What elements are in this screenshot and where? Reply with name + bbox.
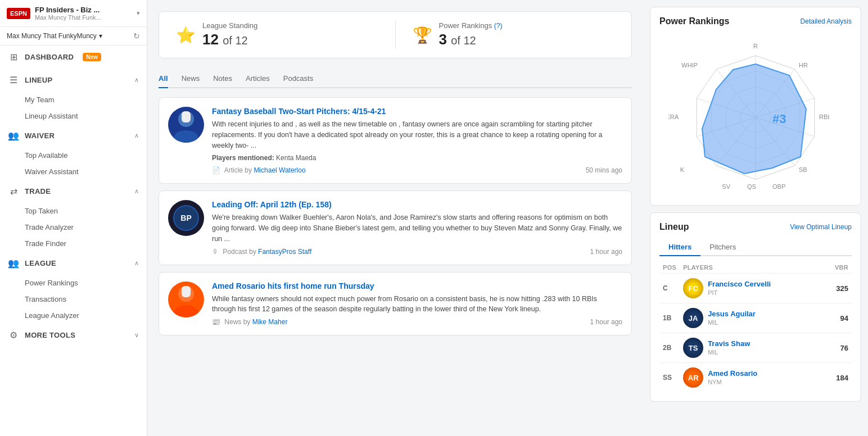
player-cell: TS Travis Shaw MIL (680, 333, 821, 363)
sidebar-item-trade[interactable]: ⇄ TRADE ∧ (0, 180, 147, 203)
player-avatar: TS (683, 338, 703, 358)
news-feed: Fantasy Baseball Two-Start Pitchers: 4/1… (159, 97, 632, 335)
sidebar: ESPN FP Insiders - Biz ... Max Muncy Tha… (0, 0, 147, 436)
player-vbr: 76 (821, 333, 852, 363)
standing-value: 12 of 12 (202, 31, 257, 48)
power-rankings-block: 🏆 Power Rankings (?) 3 of 12 (413, 21, 615, 48)
feed-title-1[interactable]: Fantasy Baseball Two-Start Pitchers: 4/1… (212, 107, 622, 116)
feed-desc-1: With recent injuries to and , as well as… (212, 119, 622, 151)
sidebar-item-waiver-assistant[interactable]: Waiver Assistant (0, 164, 147, 180)
sidebar-item-league[interactable]: 👥 LEAGUE ∧ (0, 252, 147, 275)
power-info: Power Rankings (?) 3 of 12 (439, 21, 503, 48)
tab-notes[interactable]: Notes (213, 70, 232, 88)
feed-desc-2: We're breaking down Walker Buehler's, Aa… (212, 212, 622, 244)
lineup-header: Lineup View Optimal Lineup (659, 222, 852, 232)
tab-all[interactable]: All (159, 70, 168, 88)
player-info: AR Amed Rosario NYM (683, 367, 818, 388)
app-name: FP Insiders - Biz ... (35, 6, 101, 14)
dashboard-label: DASHBOARD (25, 53, 74, 61)
league-label: LEAGUE (25, 259, 56, 267)
waiver-chevron-icon: ∧ (134, 132, 139, 139)
sidebar-item-power-rankings[interactable]: Power Rankings (0, 275, 147, 291)
svg-marker-22 (702, 64, 806, 174)
svg-point-1 (174, 130, 198, 143)
lineup-row: 2B TS Travis Shaw MIL 76 (659, 333, 852, 363)
player-name[interactable]: Jesus Aguilar (708, 310, 756, 318)
svg-text:K: K (680, 166, 685, 173)
power-icon: 🏆 (413, 26, 432, 44)
svg-text:OBP: OBP (772, 183, 785, 190)
feed-card-1: Fantasy Baseball Two-Start Pitchers: 4/1… (159, 97, 632, 184)
player-initials: AR (688, 374, 699, 382)
lineup-row: 1B JA Jesus Aguilar MIL 94 (659, 303, 852, 333)
sidebar-item-top-taken[interactable]: Top Taken (0, 203, 147, 219)
feed-time-1: 50 mins ago (586, 166, 622, 174)
player-vbr: 184 (821, 363, 852, 393)
svg-rect-7 (182, 286, 191, 297)
sidebar-item-top-available[interactable]: Top Available (0, 147, 147, 164)
feed-author-3[interactable]: Mike Maher (252, 318, 288, 326)
player-cell: FC Francisco Cervelli PIT (680, 274, 821, 303)
app-dropdown-chevron[interactable]: ▾ (137, 10, 140, 17)
sidebar-item-dashboard[interactable]: ⊞ DASHBOARD New (0, 46, 147, 69)
sidebar-header: ESPN FP Insiders - Biz ... Max Muncy Tha… (0, 0, 147, 27)
rank-label: #3 (772, 112, 786, 126)
nav-section-waiver: 👥 WAIVER ∧ Top Available Waiver Assistan… (0, 124, 147, 180)
feed-avatar-2: BP (168, 200, 204, 236)
league-standing-block: ⭐ League Standing 12 of 12 (176, 21, 378, 48)
player-name[interactable]: Francisco Cervelli (708, 280, 771, 288)
sidebar-item-transactions[interactable]: Transactions (0, 291, 147, 307)
team-selector[interactable]: Max Muncy That FunkyMuncy ▾ ↻ (0, 27, 147, 46)
sidebar-item-lineup-assistant[interactable]: Lineup Assistant (0, 108, 147, 124)
tab-podcasts[interactable]: Podcasts (283, 70, 313, 88)
feed-author-1[interactable]: Michael Waterloo (254, 166, 305, 174)
sidebar-item-lineup[interactable]: ☰ LINEUP ∧ (0, 69, 147, 92)
lineup-table: POS PLAYERS VBR C FC Francisco Cervelli … (659, 262, 852, 392)
lineup-tab-pitchers[interactable]: Pitchers (700, 239, 745, 256)
col-players: PLAYERS (680, 262, 821, 274)
player-team: PIT (708, 289, 717, 296)
waiver-icon: 👥 (8, 130, 19, 141)
player-vbr: 94 (821, 303, 852, 333)
standing-icon: ⭐ (176, 26, 196, 44)
waiver-label: WAIVER (25, 131, 55, 140)
sidebar-item-trade-finder[interactable]: Trade Finder (0, 235, 147, 252)
nav-section-league: 👥 LEAGUE ∧ Power Rankings Transactions L… (0, 252, 147, 324)
svg-text:SV: SV (722, 183, 730, 190)
player-avatar: JA (683, 308, 703, 328)
lineup-card: Lineup View Optimal Lineup Hitters Pitch… (650, 212, 861, 402)
tab-news[interactable]: News (182, 70, 200, 88)
refresh-icon[interactable]: ↻ (133, 31, 140, 40)
player-avatar: AR (683, 367, 703, 388)
power-value: 3 of 12 (439, 31, 503, 48)
sidebar-item-my-team[interactable]: My Team (0, 92, 147, 108)
detailed-analysis-link[interactable]: Detailed Analysis (801, 17, 852, 25)
sidebar-item-waiver[interactable]: 👥 WAIVER ∧ (0, 124, 147, 147)
power-rankings-header: Power Rankings Detailed Analysis (659, 16, 852, 26)
radar-chart-container: #3 R HR RBI SB OBP QS SV K ERA WHIP (659, 33, 852, 196)
sidebar-item-trade-analyzer[interactable]: Trade Analyzer (0, 219, 147, 235)
feed-author-2[interactable]: FantasyPros Staff (258, 248, 311, 256)
view-optimal-lineup-link[interactable]: View Optimal Lineup (790, 223, 852, 231)
sidebar-item-league-analyzer[interactable]: League Analyzer (0, 307, 147, 324)
player-vbr: 325 (821, 274, 852, 303)
player-info: FC Francisco Cervelli PIT (683, 278, 818, 298)
feed-avatar-1 (168, 107, 204, 143)
lineup-tab-hitters[interactable]: Hitters (659, 239, 700, 256)
feed-title-3[interactable]: Amed Rosario hits first home run Thursda… (212, 281, 622, 290)
tab-articles[interactable]: Articles (246, 70, 270, 88)
trade-chevron-icon: ∧ (134, 188, 139, 195)
lineup-row: SS AR Amed Rosario NYM 184 (659, 363, 852, 393)
team-dropdown[interactable]: Max Muncy That FunkyMuncy ▾ (7, 32, 130, 40)
power-question[interactable]: (?) (494, 22, 503, 30)
player-team: MIL (708, 349, 718, 356)
sidebar-item-more-tools[interactable]: ⚙ MORE TOOLS ∨ (0, 324, 147, 347)
player-name[interactable]: Travis Shaw (708, 339, 750, 348)
feed-title-2[interactable]: Leading Off: April 12th (Ep. 158) (212, 200, 622, 209)
player-team: NYM (708, 379, 721, 385)
nav-section-trade: ⇄ TRADE ∧ Top Taken Trade Analyzer Trade… (0, 180, 147, 252)
feed-footer-2: 🎙 Podcast by FantasyPros Staff 1 hour ag… (212, 248, 622, 256)
sidebar-app-info: FP Insiders - Biz ... Max Muncy That Fun… (35, 6, 101, 21)
player-name[interactable]: Amed Rosario (708, 369, 757, 378)
svg-text:R: R (753, 43, 758, 49)
